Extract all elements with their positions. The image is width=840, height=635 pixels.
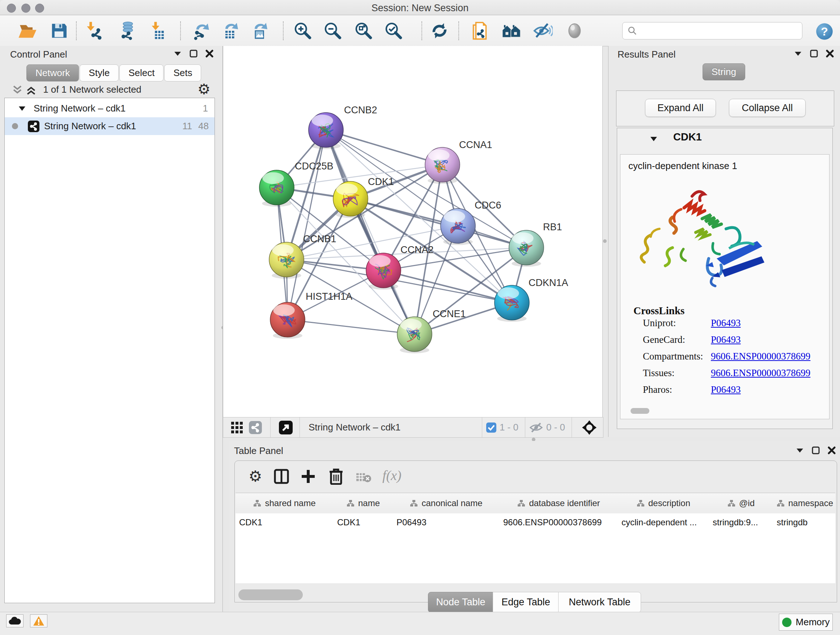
panel-menu-icon[interactable] [174,51,182,56]
tab-select[interactable]: Select [119,65,164,81]
expand-all-button[interactable]: Expand All [645,99,716,117]
tab-style[interactable]: Style [80,65,118,81]
section-expander-icon[interactable] [650,136,658,141]
network-edge[interactable] [287,320,415,334]
network-view-icon[interactable] [248,421,262,434]
crosslink-label: GeneCard: [643,334,685,345]
crosslink-value-link[interactable]: 9606.ENSP00000378699 [711,367,810,379]
close-panel-icon[interactable] [826,50,834,57]
zoom-selected-icon[interactable] [383,20,404,41]
delete-column-icon[interactable] [329,468,343,485]
home-icon[interactable] [501,20,522,41]
tab-edge-table[interactable]: Edge Table [493,592,559,613]
network-edge[interactable] [326,130,442,165]
network-node-cdk1[interactable]: CDK1 [333,176,394,218]
selection-summary: 1 of 1 Network selected [0,84,185,95]
hide-selection-icon[interactable] [532,20,553,41]
network-node-rb1[interactable]: RB1 [509,222,562,267]
table-cell[interactable]: CDK1 [235,513,333,532]
node-table[interactable]: shared nameCDK1nameCDK1canonical nameP06… [235,493,835,583]
search-input[interactable] [640,25,802,36]
crosslink-value-link[interactable]: P06493 [711,384,741,395]
collapse-all-button[interactable]: Collapse All [729,99,806,117]
column-header-shared-name[interactable]: shared name [235,493,334,513]
grid-view-icon[interactable] [231,421,243,434]
tab-network[interactable]: Network [27,65,79,81]
table-cell[interactable]: stringdb [773,513,835,532]
tab-network-table[interactable]: Network Table [558,592,641,613]
column-header-canonical-name[interactable]: canonical name [393,493,500,513]
table-hscrollbar-thumb[interactable] [238,589,303,600]
network-node-cdkn1a[interactable]: CDKN1A [494,277,568,322]
zoom-out-icon[interactable] [322,20,343,41]
import-network-icon[interactable] [85,20,106,41]
select-columns-icon[interactable] [274,469,289,484]
edge-count: 48 [198,120,209,132]
table-cell[interactable]: 9606.ENSP00000378699 [500,513,618,532]
fit-content-icon[interactable] [581,420,597,435]
import-table-icon[interactable] [148,20,169,41]
export-network-icon[interactable] [190,20,211,41]
results-hscrollbar-thumb[interactable] [630,408,649,414]
gear-icon[interactable]: ⚙ [248,469,262,484]
search-box[interactable] [622,22,802,40]
close-panel-icon[interactable] [205,50,213,57]
node-label: RB1 [543,222,562,233]
float-panel-icon[interactable] [189,50,197,57]
help-icon[interactable]: ? [814,21,835,42]
save-session-icon[interactable] [49,20,69,41]
close-panel-icon[interactable] [828,447,836,454]
panel-menu-icon[interactable] [794,51,802,56]
table-cell[interactable]: CDK1 [333,513,393,532]
selected-checkbox-icon[interactable] [486,422,497,433]
table-cell[interactable]: P06493 [393,513,500,532]
float-panel-icon[interactable] [810,50,818,57]
network-node-ccna1[interactable]: CCNA1 [425,139,493,184]
network-row-selected[interactable]: String Network – cdk1 11 48 [5,117,215,135]
import-network-database-icon[interactable] [116,20,137,41]
network-node-hist1h1a[interactable]: HIST1H1A [270,291,352,339]
control-panel: Control Panel NetworkStyleSelectSets 1 o… [0,46,223,612]
refresh-icon[interactable] [429,20,450,41]
cloud-button[interactable] [6,614,24,627]
table-cell[interactable]: cyclin-dependent ... [618,513,709,532]
gear-icon[interactable]: ⚙ [197,82,210,96]
column-header--id[interactable]: @id [709,493,774,513]
column-header-name[interactable]: name [333,493,393,513]
network-collection-row[interactable]: String Network – cdk1 1 [5,100,215,117]
memory-button[interactable]: Memory [779,614,833,631]
tree-expander-icon[interactable] [19,106,26,111]
crosslinks-heading: CrossLinks [633,305,684,317]
tab-sets[interactable]: Sets [164,65,201,81]
open-session-icon[interactable] [17,20,38,41]
crosslink-value-link[interactable]: 9606.ENSP00000378699 [711,351,810,362]
hidden-eye-icon[interactable] [529,422,543,433]
network-node-ccne1[interactable]: CCNE1 [397,309,466,353]
zoom-in-icon[interactable] [292,20,313,41]
column-header-description[interactable]: description [618,493,709,513]
export-image-icon[interactable] [249,20,270,41]
zoom-fit-icon[interactable] [353,20,374,41]
float-panel-icon[interactable] [812,447,820,454]
network-node-ccnb1[interactable]: CCNB1 [269,233,336,279]
node-label: HIST1H1A [306,291,352,302]
network-node-cdc25b[interactable]: CDC25B [259,161,333,207]
tab-node-table[interactable]: Node Table [428,592,493,613]
network-canvas[interactable]: CCNB2CCNA1CDC25BCDK1CDC6RB1CCNB1CCNA2CDK… [223,46,603,417]
panel-menu-icon[interactable] [796,448,804,453]
warnings-button[interactable] [30,614,47,627]
tab-string[interactable]: String [703,63,745,80]
add-column-icon[interactable] [301,469,316,484]
node-label: CCNB2 [344,105,377,116]
column-header-database-identifier[interactable]: database identifier [500,493,618,513]
show-selection-icon[interactable] [565,20,586,41]
table-cell[interactable]: stringdb:9... [709,513,773,532]
export-table-icon[interactable] [220,20,241,41]
column-header-namespace[interactable]: namespace [773,493,835,513]
crosslink-value-link[interactable]: P06493 [711,318,741,329]
crosslink-value-link[interactable]: P06493 [711,334,741,345]
network-view-title: String Network – cdk1 [309,422,401,433]
network-from-file-icon[interactable] [469,20,490,41]
birdseye-view-icon[interactable] [279,420,293,435]
vertical-splitter-handle[interactable] [603,239,607,243]
